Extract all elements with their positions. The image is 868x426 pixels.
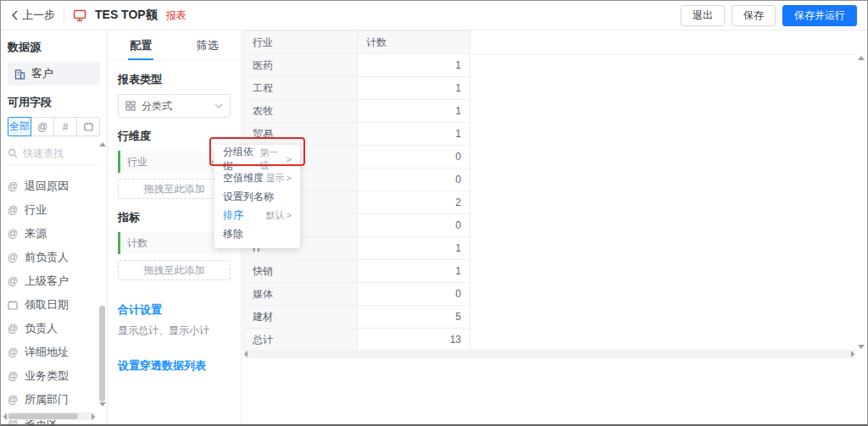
filter-tab-text[interactable]: @ <box>31 117 54 136</box>
row-label-cell: 总计 <box>244 329 358 351</box>
filter-tab-all[interactable]: 全部 <box>8 117 31 136</box>
field-list-item[interactable]: @ 前负责人 <box>8 246 100 269</box>
field-list-item[interactable]: @ 领取日期 <box>8 293 100 317</box>
scroll-left-icon[interactable] <box>244 351 248 357</box>
field-list-item[interactable]: @ 退回原因 <box>8 174 100 198</box>
context-menu-item[interactable]: 分组依据 第一级> <box>214 150 300 169</box>
chevron-down-icon <box>214 103 223 109</box>
datasource-item-customer[interactable]: 客户 <box>8 62 100 86</box>
datasource-label: 数据源 <box>8 40 100 55</box>
scroll-right-icon[interactable] <box>851 351 854 357</box>
sidebar-horizontal-scrollbar[interactable] <box>3 412 96 420</box>
sidebar-vertical-scrollbar[interactable] <box>97 142 107 407</box>
scroll-left-icon[interactable] <box>3 413 7 420</box>
field-list-item[interactable]: @ 负责人 <box>8 317 100 340</box>
field-list-item[interactable]: @ 业务类型 <box>8 364 100 388</box>
field-list-item[interactable]: @ 来源 <box>8 222 100 246</box>
scroll-right-icon[interactable] <box>92 413 95 420</box>
divider <box>64 8 64 22</box>
filter-tab-date[interactable] <box>76 117 100 136</box>
canvas-horizontal-scrollbar[interactable] <box>243 350 855 358</box>
column-header-count[interactable]: 计数 <box>358 31 470 54</box>
context-menu-item[interactable]: 设置列名称 > <box>214 187 300 206</box>
table-row[interactable]: 总计 13 <box>244 329 470 351</box>
dimension-item-label: 行业 <box>127 155 147 169</box>
field-label: 退回原因 <box>25 179 69 194</box>
scroll-up-icon[interactable] <box>858 56 865 60</box>
filter-tab-number[interactable]: # <box>53 117 77 136</box>
scroll-up-icon[interactable] <box>99 142 106 147</box>
field-filter-tabs: 全部 @ # <box>8 117 100 136</box>
column-header-industry[interactable]: 行业 <box>244 31 358 54</box>
field-label: 上级客户 <box>25 274 69 289</box>
context-menu-item[interactable]: 空值维度 显示> <box>214 169 300 187</box>
save-button[interactable]: 保存 <box>732 5 776 26</box>
table-row[interactable]: 医药 1 <box>244 54 470 77</box>
field-label: 来源 <box>25 226 47 241</box>
row-value-cell: 1 <box>358 123 470 146</box>
table-row[interactable]: 建材 5 <box>244 306 470 329</box>
context-menu-item[interactable]: 移除 > <box>214 224 300 243</box>
row-value-cell: 5 <box>358 306 470 329</box>
tab-filter[interactable]: 筛选 <box>175 30 242 60</box>
field-list-item[interactable]: @ 所属部门 <box>8 388 100 412</box>
at-icon: @ <box>8 168 18 169</box>
row-value-cell: 2 <box>358 191 470 214</box>
field-list-item[interactable]: @ 详细地址 <box>8 340 100 364</box>
row-dimension-label: 行维度 <box>118 129 231 144</box>
search-placeholder: 快速查找 <box>23 147 64 161</box>
table-row[interactable]: 贸易 1 <box>244 123 470 146</box>
row-value-cell: 1 <box>358 54 470 77</box>
field-list-item[interactable]: @ 最初负责人 <box>8 168 100 174</box>
calendar-icon <box>84 122 93 131</box>
metric-item-label: 计数 <box>127 236 147 251</box>
fields-label: 可用字段 <box>8 95 100 110</box>
field-label: 领取日期 <box>25 297 69 313</box>
report-type-tag: 报表 <box>166 8 186 23</box>
report-type-select[interactable]: 分类式 <box>118 94 231 118</box>
at-icon: @ <box>8 204 18 216</box>
scroll-down-icon[interactable] <box>858 345 865 349</box>
menu-item-hint: 默认> <box>266 209 292 222</box>
fields-list: @ 最初负责人 @ 退回原因 @ 行业 @ 来源 @ 前负责人 @ 上级客户 <box>8 168 100 426</box>
row-value-cell: 0 <box>358 283 470 306</box>
save-and-run-button[interactable]: 保存并运行 <box>782 5 857 26</box>
tab-config[interactable]: 配置 <box>108 30 175 60</box>
exit-button[interactable]: 退出 <box>681 5 725 26</box>
scrollbar-thumb[interactable] <box>8 413 78 419</box>
row-value-cell: 1 <box>358 100 470 123</box>
field-list-item[interactable]: @ 上级客户 <box>8 269 100 293</box>
report-type-label: 报表类型 <box>118 72 231 87</box>
row-value-cell: 0 <box>358 146 470 169</box>
field-list-item[interactable]: @ 行业 <box>8 198 100 222</box>
back-button[interactable]: 上一步 <box>11 8 55 23</box>
row-value-cell: 1 <box>358 260 470 283</box>
table-row[interactable]: 快销 1 <box>244 260 470 283</box>
field-label: 所属部门 <box>25 392 69 407</box>
metric-drop-zone[interactable]: 拖拽至此添加 <box>118 260 231 280</box>
menu-item-label: 移除 <box>223 227 243 241</box>
canvas-vertical-scrollbar[interactable] <box>856 56 865 349</box>
report-type-value: 分类式 <box>142 99 172 113</box>
row-value-cell: 0 <box>358 214 470 237</box>
row-value-cell: 0 <box>358 169 470 191</box>
table-row[interactable]: 媒体 0 <box>244 283 470 306</box>
row-value-cell: 13 <box>358 329 470 351</box>
total-settings-link[interactable]: 合计设置 <box>118 302 231 318</box>
scroll-down-icon[interactable] <box>99 402 106 407</box>
back-label: 上一步 <box>22 8 55 23</box>
grid-icon <box>125 101 136 111</box>
table-row[interactable]: 工程 1 <box>244 77 470 100</box>
menu-item-label: 分组依据 <box>223 145 259 174</box>
scrollbar-thumb[interactable] <box>99 306 105 401</box>
drill-data-link[interactable]: 设置穿透数据列表 <box>118 358 231 373</box>
config-tabs: 配置 筛选 <box>108 30 241 61</box>
row-value-cell: 1 <box>358 237 470 260</box>
table-row[interactable]: 农牧 1 <box>244 100 470 123</box>
row-label-cell: 贸易 <box>244 123 358 146</box>
preview-canvas: 行业 计数 医药 1 工程 1 农牧 1 贸易 1 0 0 2 0 IT 1 快… <box>242 30 867 425</box>
menu-item-label: 设置列名称 <box>223 190 274 204</box>
at-icon: @ <box>8 394 18 406</box>
context-menu-item[interactable]: 排序 默认> <box>214 206 300 224</box>
field-search-input[interactable]: 快速查找 <box>8 142 100 165</box>
